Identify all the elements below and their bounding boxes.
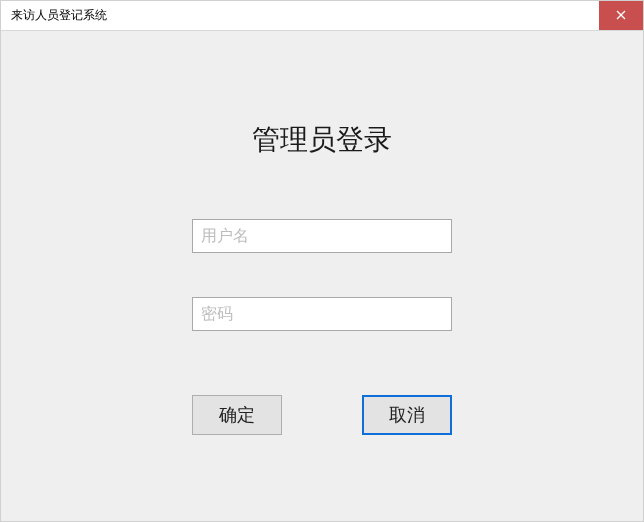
window-title: 来访人员登记系统 [11,7,107,24]
close-icon [616,10,626,22]
button-row: 确定 取消 [192,395,452,435]
app-window: 来访人员登记系统 管理员登录 确定 取消 [0,0,644,522]
ok-button[interactable]: 确定 [192,395,282,435]
titlebar: 来访人员登记系统 [1,1,643,31]
username-input[interactable] [192,219,452,253]
login-panel: 管理员登录 确定 取消 [1,31,643,521]
password-input[interactable] [192,297,452,331]
cancel-button[interactable]: 取消 [362,395,452,435]
close-button[interactable] [599,1,643,30]
login-heading: 管理员登录 [252,121,392,159]
